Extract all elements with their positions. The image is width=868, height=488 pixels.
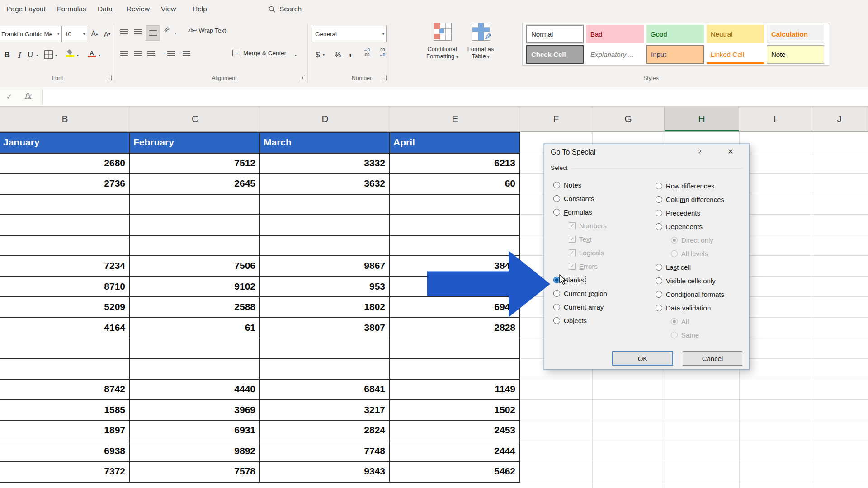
data-cell[interactable] (130, 359, 260, 379)
radio-data-validation[interactable] (656, 305, 662, 311)
option-constants[interactable]: Constants (553, 192, 653, 205)
borders-button[interactable] (44, 50, 53, 59)
decrease-decimal-button[interactable]: .00→0 (375, 47, 389, 62)
style-linked-cell[interactable]: Linked Cell (707, 45, 764, 64)
column-header-C[interactable]: C (130, 107, 260, 131)
align-center-button[interactable] (134, 51, 142, 56)
option-conditional-formats[interactable]: Conditional formats (656, 287, 748, 301)
month-header-cell[interactable]: February (130, 133, 260, 153)
data-cell[interactable]: 1149 (390, 380, 520, 399)
data-cell[interactable]: 7578 (130, 462, 260, 482)
radio-row-differences[interactable] (656, 183, 662, 189)
data-cell[interactable]: 1585 (0, 400, 130, 420)
grow-font-button[interactable]: A▴ (89, 27, 100, 41)
column-header-D[interactable]: D (260, 107, 390, 131)
data-cell[interactable] (260, 359, 390, 379)
menu-tab-data[interactable]: Data (98, 5, 113, 13)
radio-current-region[interactable] (553, 290, 560, 297)
data-cell[interactable]: 6938 (0, 441, 130, 461)
data-cell[interactable]: 61 (130, 318, 260, 338)
help-icon[interactable]: ? (693, 148, 705, 155)
style-calculation[interactable]: Calculation (767, 25, 824, 43)
column-header-I[interactable]: I (739, 107, 811, 131)
enter-icon[interactable]: ✓ (6, 93, 12, 101)
ok-button[interactable]: OK (612, 351, 673, 366)
month-header-cell[interactable]: March (260, 133, 390, 153)
data-cell[interactable]: 9867 (260, 256, 390, 276)
option-dependents[interactable]: Dependents (656, 220, 748, 233)
radio-column-differences[interactable] (656, 196, 662, 203)
fx-icon[interactable]: fx (24, 92, 31, 100)
font-dialog-launcher[interactable] (107, 75, 112, 80)
style-explanatory[interactable]: Explanatory ... (586, 45, 644, 64)
radio-conditional-formats[interactable] (656, 291, 662, 298)
percent-style-button[interactable]: % (332, 48, 343, 62)
option-notes[interactable]: Notes (553, 178, 653, 192)
data-cell[interactable]: 2645 (130, 174, 260, 194)
data-cell[interactable] (260, 195, 390, 215)
data-cell[interactable] (260, 338, 390, 358)
column-header-E[interactable]: E (390, 107, 520, 131)
radio-notes[interactable] (553, 182, 560, 188)
option-objects[interactable]: Objects (553, 314, 653, 327)
style-neutral[interactable]: Neutral (707, 25, 764, 43)
style-normal[interactable]: Normal (526, 25, 584, 43)
data-cell[interactable]: 1502 (390, 400, 520, 420)
data-cell[interactable]: 7234 (0, 256, 130, 276)
data-cell[interactable] (0, 195, 130, 215)
align-bottom-button[interactable] (146, 25, 160, 41)
column-header-F[interactable]: F (520, 107, 592, 131)
accounting-format-button[interactable]: $ (314, 48, 322, 62)
align-right-button[interactable] (147, 51, 155, 56)
alignment-dialog-launcher[interactable] (299, 75, 304, 80)
menu-tab-view[interactable]: View (161, 5, 176, 13)
data-cell[interactable]: 6942 (390, 297, 520, 317)
radio-dependents[interactable] (656, 223, 662, 230)
data-cell[interactable]: 9892 (130, 441, 260, 461)
option-last-cell[interactable]: Last cell (656, 260, 748, 274)
merge-center-button[interactable]: ↔ Merge & Center (232, 50, 286, 56)
option-current-region[interactable]: Current region (553, 286, 653, 300)
data-cell[interactable]: 953 (260, 277, 390, 297)
month-header-cell[interactable]: January (0, 133, 130, 153)
font-name-combo[interactable]: Franklin Gothic Me ▾ (0, 26, 61, 42)
data-cell[interactable] (390, 359, 520, 379)
data-cell[interactable]: 2824 (260, 421, 390, 441)
option-row-differences[interactable]: Row differences (656, 179, 748, 192)
data-cell[interactable]: 3807 (260, 318, 390, 338)
data-cell[interactable]: 2588 (130, 297, 260, 317)
option-visible-cells-only[interactable]: Visible cells only (656, 274, 748, 287)
data-cell[interactable] (0, 338, 130, 358)
chevron-down-icon[interactable]: ▾ (55, 53, 57, 57)
data-cell[interactable] (130, 338, 260, 358)
column-header-H[interactable]: H (665, 107, 739, 131)
option-formulas[interactable]: Formulas (553, 205, 653, 219)
data-cell[interactable]: 3332 (260, 154, 390, 174)
radio-last-cell[interactable] (656, 264, 662, 271)
data-cell[interactable] (260, 236, 390, 256)
data-cell[interactable] (130, 236, 260, 256)
data-cell[interactable]: 9102 (130, 277, 260, 297)
data-cell[interactable]: 2828 (390, 318, 520, 338)
data-cell[interactable]: 6931 (130, 421, 260, 441)
data-cell[interactable]: 9343 (260, 462, 390, 482)
data-cell[interactable]: 4164 (0, 318, 130, 338)
column-header-G[interactable]: G (592, 107, 665, 131)
data-cell[interactable] (130, 195, 260, 215)
option-data-validation[interactable]: Data validation (656, 301, 748, 314)
formula-input[interactable] (43, 87, 868, 106)
number-format-combo[interactable]: General ▾ (312, 26, 387, 42)
radio-objects[interactable] (553, 317, 560, 324)
data-cell[interactable]: 4440 (130, 380, 260, 399)
shrink-font-button[interactable]: A▾ (101, 27, 113, 41)
align-top-button[interactable] (120, 29, 128, 34)
data-cell[interactable]: 3969 (130, 400, 260, 420)
increase-indent-button[interactable]: → (178, 51, 190, 56)
chevron-down-icon[interactable]: ▾ (77, 53, 79, 57)
style-check-cell[interactable]: Check Cell (526, 45, 584, 64)
radio-formulas[interactable] (553, 209, 560, 216)
style-input[interactable]: Input (646, 45, 704, 64)
option-blanks[interactable]: Blanks (553, 273, 653, 286)
font-size-combo[interactable]: 10 ▾ (61, 26, 87, 42)
style-note[interactable]: Note (767, 45, 824, 64)
